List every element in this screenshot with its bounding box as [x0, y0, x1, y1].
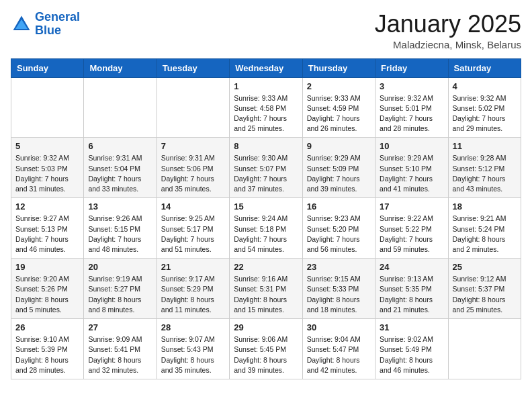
calendar-cell: 6Sunrise: 9:31 AM Sunset: 5:04 PM Daylig… [84, 138, 157, 198]
day-number: 26 [15, 322, 79, 332]
calendar-week-row: 19Sunrise: 9:20 AM Sunset: 5:26 PM Dayli… [11, 259, 521, 319]
day-number: 25 [453, 262, 517, 272]
calendar-cell: 12Sunrise: 9:27 AM Sunset: 5:13 PM Dayli… [11, 198, 84, 259]
calendar-cell [157, 77, 229, 138]
calendar-cell: 22Sunrise: 9:16 AM Sunset: 5:31 PM Dayli… [230, 259, 302, 319]
logo-icon [11, 13, 32, 35]
weekday-header: Saturday [448, 58, 521, 77]
day-info: Sunrise: 9:23 AM Sunset: 5:20 PM Dayligh… [307, 214, 371, 255]
day-number: 29 [234, 322, 298, 332]
page-header: General Blue January 2025 Maladziecna, M… [11, 11, 521, 50]
logo-line2: Blue [35, 24, 61, 37]
day-info: Sunrise: 9:30 AM Sunset: 5:07 PM Dayligh… [234, 153, 298, 194]
day-number: 1 [234, 81, 298, 91]
calendar-cell: 16Sunrise: 9:23 AM Sunset: 5:20 PM Dayli… [302, 198, 375, 259]
day-info: Sunrise: 9:33 AM Sunset: 4:59 PM Dayligh… [307, 93, 371, 134]
calendar-cell: 18Sunrise: 9:21 AM Sunset: 5:24 PM Dayli… [448, 198, 521, 259]
day-number: 17 [380, 201, 443, 212]
day-info: Sunrise: 9:09 AM Sunset: 5:41 PM Dayligh… [88, 334, 152, 375]
calendar-cell: 14Sunrise: 9:25 AM Sunset: 5:17 PM Dayli… [157, 198, 229, 259]
weekday-header: Friday [375, 58, 448, 77]
weekday-header-row: SundayMondayTuesdayWednesdayThursdayFrid… [11, 58, 521, 77]
calendar-cell: 27Sunrise: 9:09 AM Sunset: 5:41 PM Dayli… [84, 319, 157, 379]
day-number: 20 [88, 262, 152, 272]
day-info: Sunrise: 9:31 AM Sunset: 5:04 PM Dayligh… [88, 153, 152, 194]
weekday-header: Sunday [11, 58, 84, 77]
day-number: 15 [234, 201, 298, 212]
calendar-cell [11, 77, 84, 138]
day-info: Sunrise: 9:28 AM Sunset: 5:12 PM Dayligh… [453, 153, 517, 194]
calendar-cell: 11Sunrise: 9:28 AM Sunset: 5:12 PM Dayli… [448, 138, 521, 198]
day-number: 23 [307, 262, 371, 272]
calendar-cell: 7Sunrise: 9:31 AM Sunset: 5:06 PM Daylig… [157, 138, 229, 198]
calendar-cell: 13Sunrise: 9:26 AM Sunset: 5:15 PM Dayli… [84, 198, 157, 259]
calendar-cell: 15Sunrise: 9:24 AM Sunset: 5:18 PM Dayli… [230, 198, 302, 259]
day-info: Sunrise: 9:27 AM Sunset: 5:13 PM Dayligh… [15, 214, 79, 255]
day-info: Sunrise: 9:32 AM Sunset: 5:02 PM Dayligh… [453, 93, 517, 134]
day-number: 21 [161, 262, 225, 272]
calendar-cell: 5Sunrise: 9:32 AM Sunset: 5:03 PM Daylig… [11, 138, 84, 198]
day-info: Sunrise: 9:07 AM Sunset: 5:43 PM Dayligh… [161, 334, 225, 375]
calendar-cell: 3Sunrise: 9:32 AM Sunset: 5:01 PM Daylig… [375, 77, 448, 138]
calendar-week-row: 12Sunrise: 9:27 AM Sunset: 5:13 PM Dayli… [11, 198, 521, 259]
day-info: Sunrise: 9:15 AM Sunset: 5:33 PM Dayligh… [307, 274, 371, 315]
calendar-week-row: 1Sunrise: 9:33 AM Sunset: 4:58 PM Daylig… [11, 77, 521, 138]
title-block: January 2025 Maladziecna, Minsk, Belarus [375, 11, 521, 50]
calendar-cell: 21Sunrise: 9:17 AM Sunset: 5:29 PM Dayli… [157, 259, 229, 319]
day-info: Sunrise: 9:10 AM Sunset: 5:39 PM Dayligh… [15, 334, 79, 375]
weekday-header: Tuesday [157, 58, 229, 77]
day-info: Sunrise: 9:19 AM Sunset: 5:27 PM Dayligh… [88, 274, 152, 315]
calendar-cell: 20Sunrise: 9:19 AM Sunset: 5:27 PM Dayli… [84, 259, 157, 319]
day-number: 27 [88, 322, 152, 332]
day-info: Sunrise: 9:20 AM Sunset: 5:26 PM Dayligh… [15, 274, 79, 315]
logo-text: General Blue [35, 11, 80, 38]
day-number: 31 [380, 322, 443, 332]
day-info: Sunrise: 9:32 AM Sunset: 5:03 PM Dayligh… [15, 153, 79, 194]
day-number: 28 [161, 322, 225, 332]
day-number: 8 [234, 141, 298, 151]
calendar-cell [84, 77, 157, 138]
calendar-cell: 30Sunrise: 9:04 AM Sunset: 5:47 PM Dayli… [302, 319, 375, 379]
day-info: Sunrise: 9:25 AM Sunset: 5:17 PM Dayligh… [161, 214, 225, 255]
calendar-cell: 29Sunrise: 9:06 AM Sunset: 5:45 PM Dayli… [230, 319, 302, 379]
weekday-header: Monday [84, 58, 157, 77]
day-number: 22 [234, 262, 298, 272]
location: Maladziecna, Minsk, Belarus [375, 39, 521, 50]
calendar: SundayMondayTuesdayWednesdayThursdayFrid… [11, 58, 521, 379]
day-info: Sunrise: 9:31 AM Sunset: 5:06 PM Dayligh… [161, 153, 225, 194]
calendar-cell: 9Sunrise: 9:29 AM Sunset: 5:09 PM Daylig… [302, 138, 375, 198]
day-info: Sunrise: 9:04 AM Sunset: 5:47 PM Dayligh… [307, 334, 371, 375]
day-number: 4 [453, 81, 517, 91]
day-info: Sunrise: 9:12 AM Sunset: 5:37 PM Dayligh… [453, 274, 517, 315]
day-number: 9 [307, 141, 371, 151]
day-info: Sunrise: 9:32 AM Sunset: 5:01 PM Dayligh… [380, 93, 443, 134]
calendar-cell: 1Sunrise: 9:33 AM Sunset: 4:58 PM Daylig… [230, 77, 302, 138]
calendar-cell: 28Sunrise: 9:07 AM Sunset: 5:43 PM Dayli… [157, 319, 229, 379]
day-number: 11 [453, 141, 517, 151]
calendar-cell: 24Sunrise: 9:13 AM Sunset: 5:35 PM Dayli… [375, 259, 448, 319]
calendar-cell: 19Sunrise: 9:20 AM Sunset: 5:26 PM Dayli… [11, 259, 84, 319]
day-info: Sunrise: 9:29 AM Sunset: 5:10 PM Dayligh… [380, 153, 443, 194]
day-number: 14 [161, 201, 225, 212]
day-number: 12 [15, 201, 79, 212]
weekday-header: Wednesday [230, 58, 302, 77]
day-info: Sunrise: 9:21 AM Sunset: 5:24 PM Dayligh… [453, 214, 517, 255]
day-number: 19 [15, 262, 79, 272]
calendar-cell: 26Sunrise: 9:10 AM Sunset: 5:39 PM Dayli… [11, 319, 84, 379]
day-info: Sunrise: 9:24 AM Sunset: 5:18 PM Dayligh… [234, 214, 298, 255]
calendar-week-row: 5Sunrise: 9:32 AM Sunset: 5:03 PM Daylig… [11, 138, 521, 198]
calendar-cell: 4Sunrise: 9:32 AM Sunset: 5:02 PM Daylig… [448, 77, 521, 138]
logo: General Blue [11, 11, 80, 38]
day-number: 5 [15, 141, 79, 151]
calendar-cell: 8Sunrise: 9:30 AM Sunset: 5:07 PM Daylig… [230, 138, 302, 198]
day-number: 7 [161, 141, 225, 151]
calendar-cell: 2Sunrise: 9:33 AM Sunset: 4:59 PM Daylig… [302, 77, 375, 138]
calendar-cell: 23Sunrise: 9:15 AM Sunset: 5:33 PM Dayli… [302, 259, 375, 319]
day-info: Sunrise: 9:22 AM Sunset: 5:22 PM Dayligh… [380, 214, 443, 255]
calendar-cell: 17Sunrise: 9:22 AM Sunset: 5:22 PM Dayli… [375, 198, 448, 259]
day-info: Sunrise: 9:29 AM Sunset: 5:09 PM Dayligh… [307, 153, 371, 194]
day-info: Sunrise: 9:26 AM Sunset: 5:15 PM Dayligh… [88, 214, 152, 255]
weekday-header: Thursday [302, 58, 375, 77]
day-number: 18 [453, 201, 517, 212]
day-number: 10 [380, 141, 443, 151]
